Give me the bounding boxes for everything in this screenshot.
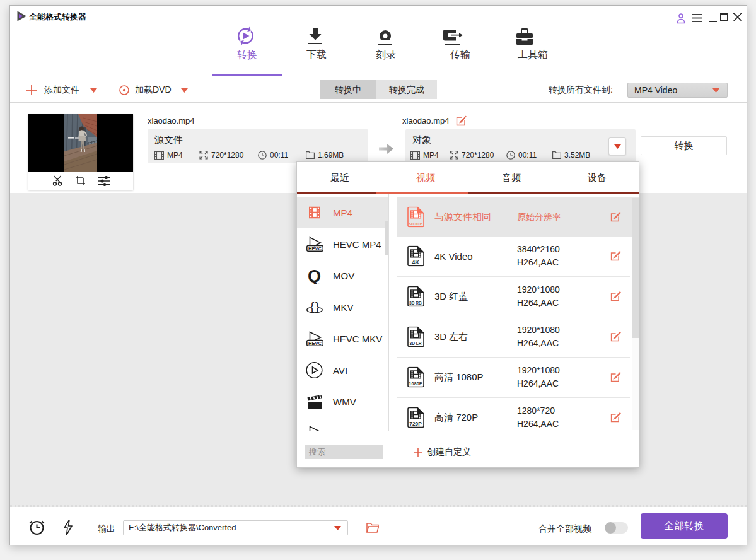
svg-text:HEVC: HEVC — [308, 246, 322, 252]
svg-text:1080P: 1080P — [409, 381, 422, 387]
svg-text:Q: Q — [308, 267, 321, 284]
svg-text:4K: 4K — [412, 259, 419, 265]
svg-text:720P: 720P — [409, 421, 422, 427]
svg-text:{: { — [310, 301, 315, 313]
svg-text:HEVC: HEVC — [308, 341, 322, 346]
svg-text:}: } — [315, 301, 319, 313]
svg-text:source: source — [409, 221, 422, 226]
svg-text:3D RB: 3D RB — [409, 301, 422, 305]
svg-text:3D LR: 3D LR — [409, 341, 421, 346]
